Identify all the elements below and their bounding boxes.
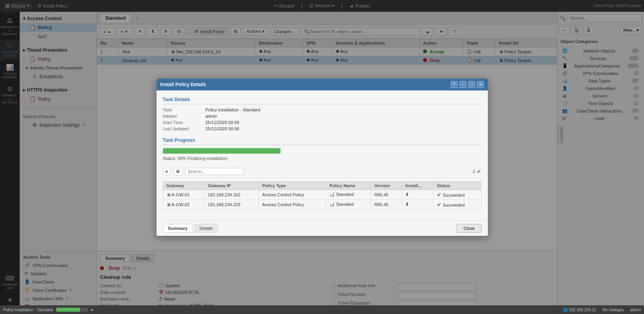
status-bar: Policy installation - Standard ▾ 🌐 192.1… (0, 305, 644, 314)
gw1-install-icon: ⬇ (405, 192, 409, 197)
start-time-label: Start Time: (163, 120, 202, 125)
progress-bar-fill (163, 148, 280, 154)
gw2-status-icon: ✔ (437, 201, 442, 208)
gateway-col-policy-name: Policy Name (326, 181, 371, 190)
modal-gateway-toolbar: ≡ ⚙ 2 ✔ (163, 165, 482, 178)
gw2-policy-type: Access Control Policy (259, 199, 326, 209)
modal-close-btn[interactable]: Close (457, 224, 481, 233)
gateway-row-2[interactable]: 🖥 A-GW-02 192.168.234.103 Access Control… (163, 199, 481, 209)
modal-counter-success-icon: ✔ (477, 168, 482, 175)
modal-toolbar-btn2[interactable]: ⚙ (173, 168, 183, 175)
gw1-status-icon: ✔ (437, 192, 442, 198)
modal-toolbar-btn1[interactable]: ≡ (163, 168, 171, 175)
gw1-status: ✔ Succeeded (434, 190, 481, 199)
modal-tab-summary[interactable]: Summary (163, 224, 193, 233)
modal-footer: Summary Details Close (157, 220, 488, 236)
gw1-policy-type: Access Control Policy (259, 190, 326, 199)
task-details-title: Task Details (163, 97, 482, 104)
modal-tab-details[interactable]: Details (195, 224, 218, 233)
modal-search-input[interactable] (185, 168, 244, 175)
modal-overlay: Install Policy Details ? ─ □ ✕ Task Deta… (0, 0, 644, 314)
gw1-policy-icon: 📊 (329, 192, 335, 197)
modal-body: Task Details Task: Policy installation -… (157, 90, 488, 220)
status-bar-right: 🌐 192.168.234.11 No changes admin (563, 308, 641, 312)
gw2-version: R80.40 (371, 199, 402, 209)
progress-status: Status: 99% Finalizing installation (163, 156, 482, 161)
last-updated-value: 25/11/2020 00:58 (206, 126, 482, 131)
modal-close-button[interactable]: ✕ (477, 81, 484, 88)
modal-titlebar: Install Policy Details ? ─ □ ✕ (157, 79, 488, 90)
task-value: Policy installation - Standard (206, 107, 482, 112)
gw2-policy-name: 📊 Standard (326, 199, 371, 209)
gw1-ip: 192.168.234.102 (204, 190, 259, 199)
modal-help-button[interactable]: ? (451, 81, 458, 88)
modal-maximize-button[interactable]: □ (468, 81, 475, 88)
gw2-install-icon: ⬇ (405, 202, 409, 207)
status-ip: 🌐 192.168.234.11 (563, 308, 596, 312)
modal-minimize-button[interactable]: ─ (459, 81, 466, 88)
progress-bar-container (163, 148, 281, 154)
gateway-table: Gateway Gateway IP Policy Type Policy Na… (163, 181, 482, 210)
gw2-install: ⬇ (402, 199, 434, 209)
gateway-col-install: Install... (402, 181, 434, 190)
task-details-grid: Task: Policy installation - Standard Ini… (163, 107, 482, 131)
gateway-col-ip: Gateway IP (204, 181, 259, 190)
gateway-col-version: Version (371, 181, 402, 190)
gw1-install: ⬇ (402, 190, 434, 199)
start-time-value: 25/11/2020 00:58 (206, 120, 482, 125)
gw1-gateway: 🖥 A-GW-01 (163, 190, 204, 199)
initiator-label: Initiator: (163, 114, 202, 118)
gw1-version: R80.40 (371, 190, 402, 199)
modal-counter: 2 ✔ (472, 168, 481, 175)
task-label: Task: (163, 107, 202, 112)
task-progress-title: Task Progress (163, 137, 482, 145)
gateway-col-status: Status (434, 181, 481, 190)
gw2-policy-icon: 📊 (329, 202, 335, 207)
modal-controls: ? ─ □ ✕ (451, 81, 484, 88)
status-progress-bar (56, 308, 88, 312)
gw2-status: ✔ Succeeded (434, 199, 481, 209)
initiator-value: admin (206, 114, 482, 118)
gateway-row-1[interactable]: 🖥 A-GW-01 192.168.234.102 Access Control… (163, 190, 481, 199)
gw1-policy-name: 📊 Standard (326, 190, 371, 199)
gw2-ip: 192.168.234.103 (204, 199, 259, 209)
gateway-col-policy-type: Policy Type (259, 181, 326, 190)
gw2-gateway: 🖥 A-GW-02 (163, 199, 204, 209)
gateway-col-gateway: Gateway (163, 181, 204, 190)
gw1-gateway-icon: 🖥 (166, 192, 171, 197)
status-progress-fill (56, 308, 80, 312)
status-task-label: Policy installation - Standard (3, 308, 53, 312)
modal-title: Install Policy Details (161, 82, 206, 87)
status-user: admin (630, 308, 641, 312)
install-policy-details-modal: Install Policy Details ? ─ □ ✕ Task Deta… (156, 78, 488, 236)
gw2-gateway-icon: 🖥 (166, 202, 171, 207)
status-expand-icon[interactable]: ▾ (91, 308, 93, 312)
status-no-changes: No changes (602, 308, 623, 312)
modal-footer-tabs: Summary Details (163, 224, 218, 233)
last-updated-label: Last Updated: (163, 126, 202, 131)
